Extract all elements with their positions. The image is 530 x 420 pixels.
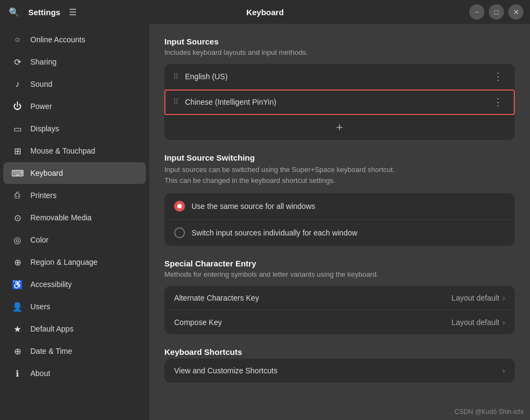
radio-item[interactable]: Switch input sources individually for ea… [164,220,515,246]
sidebar-item-default-apps[interactable]: ★Default Apps [3,318,146,340]
titlebar: 🔍 Settings ☰ Keyboard − □ ✕ [0,0,530,24]
sharing-icon: ⟳ [12,56,23,67]
radio-dot-unchecked [174,227,185,238]
drag-handle-icon: ⠿ [173,98,178,106]
special-entry-list: Alternate Characters KeyLayout default›C… [164,286,515,334]
sidebar-item-mouse-touchpad[interactable]: ⊞Mouse & Touchpad [3,140,146,162]
keyboard-icon: ⌨ [12,168,23,179]
special-entry-desc: Methods for entering symbols and letter … [164,270,515,278]
switching-desc: Input sources can be switched using the … [164,164,515,186]
chevron-icon: › [502,366,505,375]
sidebar-label-power: Power [30,102,52,111]
users-icon: 👤 [12,301,23,312]
source-name: English (US) [185,72,490,81]
special-entry-row[interactable]: Compose KeyLayout default› [164,310,515,334]
removable-media-icon: ⊙ [12,212,23,223]
radio-dot-checked [174,201,185,212]
radio-label: Use the same source for all windows [191,202,315,211]
accessibility-icon: ♿ [12,279,23,290]
special-entry-row[interactable]: Alternate Characters KeyLayout default› [164,286,515,310]
chevron-icon: › [502,318,505,327]
online-accounts-icon: ○ [12,34,23,45]
displays-icon: ▭ [12,123,23,134]
mouse-touchpad-icon: ⊞ [12,145,23,156]
sidebar-item-displays[interactable]: ▭Displays [3,118,146,139]
add-source-button[interactable]: + [336,120,343,135]
settings-row-label: Compose Key [174,318,222,327]
add-source-row[interactable]: + [164,115,515,140]
settings-value-text: Layout default [451,318,499,327]
sidebar-label-default-apps: Default Apps [30,324,73,333]
source-menu-button[interactable]: ⋮ [490,96,506,108]
sidebar-item-users[interactable]: 👤Users [3,296,146,317]
shortcut-row-label: View and Customize Shortcuts [174,366,277,375]
sidebar-item-sharing[interactable]: ⟳Sharing [3,51,146,73]
shortcut-row[interactable]: View and Customize Shortcuts› [164,359,515,383]
sidebar-item-removable-media[interactable]: ⊙Removable Media [3,207,146,228]
radio-item[interactable]: Use the same source for all windows [164,193,515,220]
power-icon: ⏻ [12,101,23,112]
printers-icon: ⎙ [12,190,23,201]
input-sources-title: Input Sources [164,37,515,46]
sidebar-item-sound[interactable]: ♪Sound [3,73,146,95]
main-layout: ○Online Accounts⟳Sharing♪Sound⏻Power▭Dis… [0,24,530,420]
switching-section: Input Source Switching Input sources can… [164,153,515,246]
sidebar-label-color: Color [30,236,48,244]
close-button[interactable]: ✕ [508,4,523,20]
about-icon: ℹ [12,368,23,379]
sidebar-label-date-time: Date & Time [30,347,72,355]
sidebar-label-sound: Sound [30,80,52,88]
maximize-button[interactable]: □ [489,4,504,20]
settings-value-text: Layout default [451,294,499,302]
settings-row-label: Alternate Characters Key [174,294,259,302]
sidebar-label-online-accounts: Online Accounts [30,35,85,44]
search-button[interactable]: 🔍 [7,5,22,20]
special-entry-section: Special Character Entry Methods for ente… [164,259,515,334]
default-apps-icon: ★ [12,323,23,334]
sidebar-label-region-language: Region & Language [30,258,98,266]
menu-button[interactable]: ☰ [67,5,79,20]
color-icon: ◎ [12,234,23,245]
shortcuts-list: View and Customize Shortcuts› [164,359,515,383]
content-area: Input Sources Includes keyboard layouts … [149,24,530,420]
input-sources-desc: Includes keyboard layouts and input meth… [164,48,515,56]
special-entry-title: Special Character Entry [164,259,515,268]
shortcuts-title: Keyboard Shortcuts [164,347,515,357]
settings-row-value: Layout default› [451,294,505,302]
sidebar-item-keyboard[interactable]: ⌨Keyboard [3,162,146,184]
window-controls: − □ ✕ [469,4,523,20]
sidebar-item-accessibility[interactable]: ♿Accessibility [3,273,146,295]
sources-list: ⠿English (US)⋮⠿Chinese (Intelligent PinY… [164,64,515,140]
input-sources-section: Input Sources Includes keyboard layouts … [164,37,515,140]
source-item[interactable]: ⠿Chinese (Intelligent PinYin)⋮ [164,90,515,115]
sidebar-label-printers: Printers [30,191,56,200]
sidebar-item-power[interactable]: ⏻Power [3,96,146,117]
window-title: Keyboard [246,8,284,17]
sidebar-item-online-accounts[interactable]: ○Online Accounts [3,29,146,50]
date-time-icon: ⊕ [12,346,23,357]
sidebar: ○Online Accounts⟳Sharing♪Sound⏻Power▭Dis… [0,24,149,420]
minimize-button[interactable]: − [469,4,484,20]
sidebar-label-about: About [30,369,50,378]
sidebar-label-keyboard: Keyboard [30,169,63,177]
sidebar-item-color[interactable]: ◎Color [3,229,146,251]
drag-handle-icon: ⠿ [173,72,178,81]
source-menu-button[interactable]: ⋮ [490,71,506,82]
radio-label: Switch input sources individually for ea… [191,228,357,237]
sound-icon: ♪ [12,79,23,90]
switching-title: Input Source Switching [164,153,515,162]
sidebar-item-printers[interactable]: ⎙Printers [3,184,146,206]
region-language-icon: ⊕ [12,257,23,268]
sidebar-item-about[interactable]: ℹAbout [3,362,146,384]
source-item[interactable]: ⠿English (US)⋮ [164,64,515,90]
settings-row-value: Layout default› [451,318,505,327]
switching-radio-group: Use the same source for all windowsSwitc… [164,193,515,246]
sidebar-item-region-language[interactable]: ⊕Region & Language [3,251,146,273]
titlebar-left: 🔍 Settings ☰ [7,5,79,20]
sidebar-label-accessibility: Accessibility [30,280,72,289]
sidebar-label-sharing: Sharing [30,58,56,66]
source-name: Chinese (Intelligent PinYin) [185,98,490,106]
chevron-icon: › [502,294,505,302]
sidebar-label-users: Users [30,302,50,311]
sidebar-item-date-time[interactable]: ⊕Date & Time [3,340,146,362]
